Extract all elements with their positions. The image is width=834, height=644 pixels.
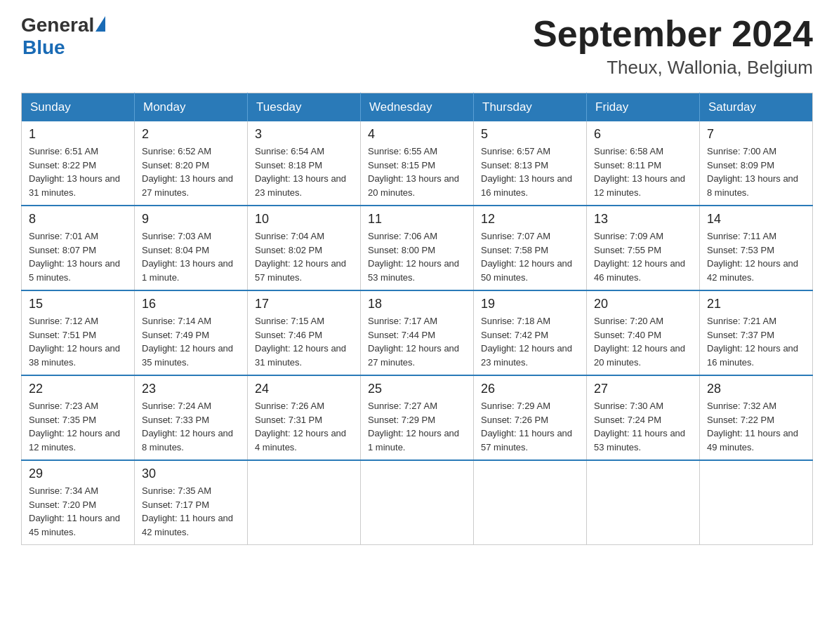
day-info: Sunrise: 7:06 AMSunset: 8:00 PMDaylight:… (368, 229, 466, 284)
day-info: Sunrise: 7:14 AMSunset: 7:49 PMDaylight:… (142, 314, 240, 369)
calendar-cell (474, 460, 587, 545)
header-monday: Monday (135, 93, 248, 122)
day-info: Sunrise: 7:27 AMSunset: 7:29 PMDaylight:… (368, 399, 466, 454)
logo: General Blue (21, 14, 105, 59)
day-number: 6 (594, 127, 692, 142)
logo-text: General (21, 14, 105, 36)
day-number: 14 (707, 212, 805, 227)
calendar-week-row: 29 Sunrise: 7:34 AMSunset: 7:20 PMDaylig… (22, 460, 813, 545)
day-info: Sunrise: 7:00 AMSunset: 8:09 PMDaylight:… (707, 145, 805, 199)
day-number: 13 (594, 212, 692, 227)
day-info: Sunrise: 6:57 AMSunset: 8:13 PMDaylight:… (481, 145, 579, 199)
header-tuesday: Tuesday (248, 93, 361, 122)
day-number: 30 (142, 467, 240, 481)
page-header: General Blue September 2024 Theux, Wallo… (21, 14, 813, 79)
calendar-cell: 21 Sunrise: 7:21 AMSunset: 7:37 PMDaylig… (700, 290, 813, 375)
calendar-cell: 18 Sunrise: 7:17 AMSunset: 7:44 PMDaylig… (361, 290, 474, 375)
calendar-cell: 19 Sunrise: 7:18 AMSunset: 7:42 PMDaylig… (474, 290, 587, 375)
day-info: Sunrise: 6:52 AMSunset: 8:20 PMDaylight:… (142, 145, 240, 199)
day-info: Sunrise: 7:34 AMSunset: 7:20 PMDaylight:… (29, 484, 127, 539)
day-info: Sunrise: 7:11 AMSunset: 7:53 PMDaylight:… (707, 229, 805, 284)
day-info: Sunrise: 7:35 AMSunset: 7:17 PMDaylight:… (142, 484, 240, 539)
calendar-cell: 4 Sunrise: 6:55 AMSunset: 8:15 PMDayligh… (361, 121, 474, 206)
logo-blue: Blue (22, 36, 65, 59)
day-number: 23 (142, 382, 240, 396)
month-year-title: September 2024 (533, 14, 813, 54)
calendar-cell: 28 Sunrise: 7:32 AMSunset: 7:22 PMDaylig… (700, 375, 813, 460)
header-saturday: Saturday (700, 93, 813, 122)
calendar-cell: 1 Sunrise: 6:51 AMSunset: 8:22 PMDayligh… (22, 121, 135, 206)
day-info: Sunrise: 6:55 AMSunset: 8:15 PMDaylight:… (368, 145, 466, 199)
day-info: Sunrise: 7:01 AMSunset: 8:07 PMDaylight:… (29, 229, 127, 284)
location-title: Theux, Wallonia, Belgium (533, 57, 813, 79)
day-number: 5 (481, 127, 579, 142)
day-info: Sunrise: 7:29 AMSunset: 7:26 PMDaylight:… (481, 399, 579, 454)
header-thursday: Thursday (474, 93, 587, 122)
calendar-week-row: 22 Sunrise: 7:23 AMSunset: 7:35 PMDaylig… (22, 375, 813, 460)
day-number: 1 (29, 127, 127, 142)
day-number: 28 (707, 382, 805, 396)
day-info: Sunrise: 7:12 AMSunset: 7:51 PMDaylight:… (29, 314, 127, 369)
day-info: Sunrise: 7:30 AMSunset: 7:24 PMDaylight:… (594, 399, 692, 454)
calendar-cell: 7 Sunrise: 7:00 AMSunset: 8:09 PMDayligh… (700, 121, 813, 206)
day-number: 7 (707, 127, 805, 142)
day-number: 3 (255, 127, 353, 142)
day-number: 4 (368, 127, 466, 142)
calendar-week-row: 8 Sunrise: 7:01 AMSunset: 8:07 PMDayligh… (22, 206, 813, 290)
calendar-cell: 27 Sunrise: 7:30 AMSunset: 7:24 PMDaylig… (587, 375, 700, 460)
day-number: 11 (368, 212, 466, 227)
header-friday: Friday (587, 93, 700, 122)
title-area: September 2024 Theux, Wallonia, Belgium (533, 14, 813, 79)
calendar-cell: 26 Sunrise: 7:29 AMSunset: 7:26 PMDaylig… (474, 375, 587, 460)
calendar-cell: 29 Sunrise: 7:34 AMSunset: 7:20 PMDaylig… (22, 460, 135, 545)
calendar-cell: 23 Sunrise: 7:24 AMSunset: 7:33 PMDaylig… (135, 375, 248, 460)
day-number: 27 (594, 382, 692, 396)
day-info: Sunrise: 7:20 AMSunset: 7:40 PMDaylight:… (594, 314, 692, 369)
day-number: 29 (29, 467, 127, 481)
calendar-cell: 3 Sunrise: 6:54 AMSunset: 8:18 PMDayligh… (248, 121, 361, 206)
calendar-cell: 10 Sunrise: 7:04 AMSunset: 8:02 PMDaylig… (248, 206, 361, 290)
calendar-week-row: 1 Sunrise: 6:51 AMSunset: 8:22 PMDayligh… (22, 121, 813, 206)
day-number: 20 (594, 297, 692, 311)
day-info: Sunrise: 7:23 AMSunset: 7:35 PMDaylight:… (29, 399, 127, 454)
calendar-cell: 15 Sunrise: 7:12 AMSunset: 7:51 PMDaylig… (22, 290, 135, 375)
calendar-cell: 12 Sunrise: 7:07 AMSunset: 7:58 PMDaylig… (474, 206, 587, 290)
day-number: 17 (255, 297, 353, 311)
day-info: Sunrise: 6:51 AMSunset: 8:22 PMDaylight:… (29, 145, 127, 199)
calendar-cell: 8 Sunrise: 7:01 AMSunset: 8:07 PMDayligh… (22, 206, 135, 290)
day-info: Sunrise: 7:18 AMSunset: 7:42 PMDaylight:… (481, 314, 579, 369)
logo-triangle-icon (95, 16, 105, 32)
day-number: 12 (481, 212, 579, 227)
calendar-cell: 13 Sunrise: 7:09 AMSunset: 7:55 PMDaylig… (587, 206, 700, 290)
calendar-cell: 30 Sunrise: 7:35 AMSunset: 7:17 PMDaylig… (135, 460, 248, 545)
day-info: Sunrise: 7:03 AMSunset: 8:04 PMDaylight:… (142, 229, 240, 284)
day-info: Sunrise: 7:07 AMSunset: 7:58 PMDaylight:… (481, 229, 579, 284)
day-info: Sunrise: 7:24 AMSunset: 7:33 PMDaylight:… (142, 399, 240, 454)
day-number: 9 (142, 212, 240, 227)
calendar-cell: 2 Sunrise: 6:52 AMSunset: 8:20 PMDayligh… (135, 121, 248, 206)
day-number: 25 (368, 382, 466, 396)
calendar-cell (361, 460, 474, 545)
day-info: Sunrise: 6:54 AMSunset: 8:18 PMDaylight:… (255, 145, 353, 199)
calendar-cell: 9 Sunrise: 7:03 AMSunset: 8:04 PMDayligh… (135, 206, 248, 290)
logo-general: General (21, 14, 94, 36)
calendar-table: SundayMondayTuesdayWednesdayThursdayFrid… (21, 93, 813, 545)
calendar-cell (587, 460, 700, 545)
day-number: 8 (29, 212, 127, 227)
day-number: 15 (29, 297, 127, 311)
day-info: Sunrise: 7:04 AMSunset: 8:02 PMDaylight:… (255, 229, 353, 284)
calendar-cell: 5 Sunrise: 6:57 AMSunset: 8:13 PMDayligh… (474, 121, 587, 206)
day-info: Sunrise: 7:32 AMSunset: 7:22 PMDaylight:… (707, 399, 805, 454)
day-number: 2 (142, 127, 240, 142)
calendar-cell (248, 460, 361, 545)
day-number: 18 (368, 297, 466, 311)
calendar-cell: 14 Sunrise: 7:11 AMSunset: 7:53 PMDaylig… (700, 206, 813, 290)
calendar-cell: 16 Sunrise: 7:14 AMSunset: 7:49 PMDaylig… (135, 290, 248, 375)
day-number: 16 (142, 297, 240, 311)
day-number: 19 (481, 297, 579, 311)
calendar-cell: 22 Sunrise: 7:23 AMSunset: 7:35 PMDaylig… (22, 375, 135, 460)
day-info: Sunrise: 7:26 AMSunset: 7:31 PMDaylight:… (255, 399, 353, 454)
day-info: Sunrise: 7:21 AMSunset: 7:37 PMDaylight:… (707, 314, 805, 369)
calendar-cell (700, 460, 813, 545)
header-sunday: Sunday (22, 93, 135, 122)
